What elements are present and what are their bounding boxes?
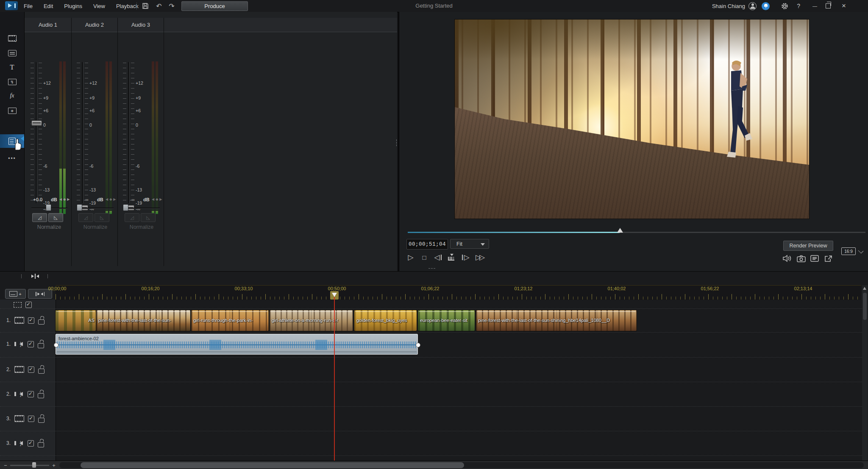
gain-nudge-icons[interactable]	[106, 197, 116, 201]
undock-window-button[interactable]	[823, 253, 834, 264]
details-list-button[interactable]	[809, 253, 820, 264]
add-track-button[interactable]: +	[5, 289, 26, 299]
next-frame-button[interactable]	[460, 252, 471, 263]
clip-selection-handle[interactable]	[54, 343, 58, 347]
enable-all-checkbox[interactable]	[25, 302, 32, 308]
pan-slider[interactable]	[78, 208, 114, 208]
panel-resize-handle[interactable]	[428, 268, 436, 269]
video-clip[interactable]: girl-runs-through-the-park-in-	[191, 310, 269, 331]
restore-window-button[interactable]	[826, 3, 831, 8]
help-icon[interactable]	[797, 0, 800, 12]
scrollbar-thumb[interactable]	[863, 293, 867, 320]
chevron-down-icon[interactable]	[858, 248, 864, 254]
timeline-vertical-scrollbar[interactable]	[862, 285, 868, 461]
scroll-up-icon[interactable]	[863, 287, 866, 290]
playhead-line[interactable]	[334, 297, 335, 461]
timeline-splitter-handle[interactable]	[30, 273, 41, 280]
timeline-horizontal-scrollbar[interactable]	[59, 462, 864, 468]
gain-value[interactable]: +0.0	[28, 197, 42, 202]
gain-value[interactable]: -∞	[74, 197, 89, 202]
undo-icon[interactable]	[154, 1, 164, 11]
preview-seekbar[interactable]	[408, 232, 865, 233]
volume-keyframe-line[interactable]	[57, 352, 417, 352]
sidebar-item-effect-room[interactable]: fx	[0, 89, 24, 103]
close-button[interactable]	[842, 0, 846, 12]
fader-track[interactable]	[128, 62, 129, 203]
menu-file[interactable]: File	[24, 3, 33, 9]
menu-view[interactable]: View	[93, 3, 105, 9]
video-clip[interactable]: european-bee-eater-sit	[418, 310, 475, 331]
track-enable-checkbox[interactable]	[28, 391, 34, 397]
track-lock-icon[interactable]	[38, 442, 44, 447]
track-lock-icon[interactable]	[38, 319, 45, 325]
video-clip[interactable]: girl-athlete-on-a-morning-run-a-r	[270, 310, 353, 331]
sidebar-item-pip-objects-room[interactable]: ∗	[0, 104, 24, 117]
fade-out-button[interactable]	[95, 213, 109, 222]
video-clip[interactable]: pine-forest-with-the-last-of-the-sun-shi…	[476, 310, 637, 331]
user-avatar-icon[interactable]	[748, 2, 757, 10]
menu-playback[interactable]: Playback	[116, 3, 139, 9]
snapshot-camera-button[interactable]	[796, 253, 807, 264]
track-enable-checkbox[interactable]	[28, 416, 34, 422]
track-enable-checkbox[interactable]	[28, 366, 34, 373]
sidebar-item-media-room[interactable]	[0, 31, 24, 45]
stop-button[interactable]	[419, 252, 430, 263]
pan-handle[interactable]	[77, 204, 82, 211]
fade-in-button[interactable]	[78, 213, 93, 222]
pan-handle[interactable]	[123, 204, 128, 211]
scrollbar-thumb[interactable]	[81, 462, 464, 468]
app-logo-icon[interactable]	[5, 1, 18, 10]
fader-track[interactable]	[82, 62, 83, 203]
sidebar-item-particle-room[interactable]	[0, 119, 24, 132]
sidebar-item-project-room[interactable]	[0, 46, 24, 60]
settings-gear-icon[interactable]	[781, 0, 788, 12]
fade-in-button[interactable]	[32, 213, 47, 222]
volume-button[interactable]	[782, 253, 793, 264]
video-frame[interactable]	[455, 19, 809, 219]
track-lock-icon[interactable]	[38, 369, 45, 374]
fast-forward-button[interactable]	[475, 252, 486, 263]
menu-edit[interactable]: Edit	[44, 3, 53, 9]
track-lock-icon[interactable]	[38, 393, 44, 398]
panel-resize-handle[interactable]	[396, 139, 397, 147]
sidebar-item-transition-room[interactable]: ↯	[0, 75, 24, 89]
normalize-button[interactable]: Normalize	[31, 223, 68, 231]
zoom-slider-handle[interactable]	[32, 462, 36, 468]
seekbar-handle[interactable]	[617, 228, 623, 233]
fader-track[interactable]	[36, 62, 37, 203]
track-enable-checkbox[interactable]	[28, 440, 34, 447]
fader-handle[interactable]	[31, 120, 42, 126]
track-enable-checkbox[interactable]	[28, 317, 34, 324]
video-clip[interactable]: AS	[56, 310, 96, 331]
fade-out-button[interactable]	[48, 213, 63, 222]
minimize-button[interactable]	[812, 0, 817, 12]
pan-slider[interactable]	[124, 208, 160, 208]
normalize-button[interactable]: Normalize	[77, 223, 114, 231]
clip-selection-handle[interactable]	[416, 343, 420, 347]
redo-icon[interactable]	[167, 1, 176, 11]
notification-bell-icon[interactable]	[762, 2, 770, 10]
track-lock-icon[interactable]	[38, 418, 45, 423]
track-lock-icon[interactable]	[38, 343, 44, 348]
timecode-display[interactable]: 00;00;51;04	[406, 239, 448, 250]
render-preview-button[interactable]: Render Preview	[783, 241, 833, 251]
gain-value[interactable]: -∞	[120, 197, 135, 202]
fade-in-button[interactable]	[125, 213, 139, 222]
play-button[interactable]	[405, 252, 416, 263]
aspect-ratio-selector[interactable]: 16:9	[841, 247, 856, 255]
gain-nudge-icons[interactable]	[59, 197, 70, 201]
menu-plugins[interactable]: Plugins	[64, 3, 82, 9]
timeline-zoom-slider[interactable]	[10, 465, 49, 466]
produce-button[interactable]: Produce	[181, 1, 248, 11]
video-clip[interactable]: pine-forest-with-the-last-of-the-sun-	[96, 310, 190, 331]
pan-handle[interactable]	[46, 204, 51, 211]
gain-nudge-icons[interactable]	[152, 197, 162, 201]
audio-clip[interactable]: forest-ambience-02	[56, 334, 418, 355]
zoom-mode-dropdown[interactable]: Fit	[450, 239, 489, 249]
video-clip[interactable]: golden-forest_bkig_uyes	[354, 310, 417, 331]
sidebar-item-title-room[interactable]: T	[0, 61, 24, 74]
sidebar-item-more[interactable]: •••	[0, 152, 24, 165]
marker-seek-button[interactable]	[446, 252, 457, 263]
save-icon[interactable]	[141, 1, 150, 11]
previous-frame-button[interactable]	[432, 252, 443, 263]
